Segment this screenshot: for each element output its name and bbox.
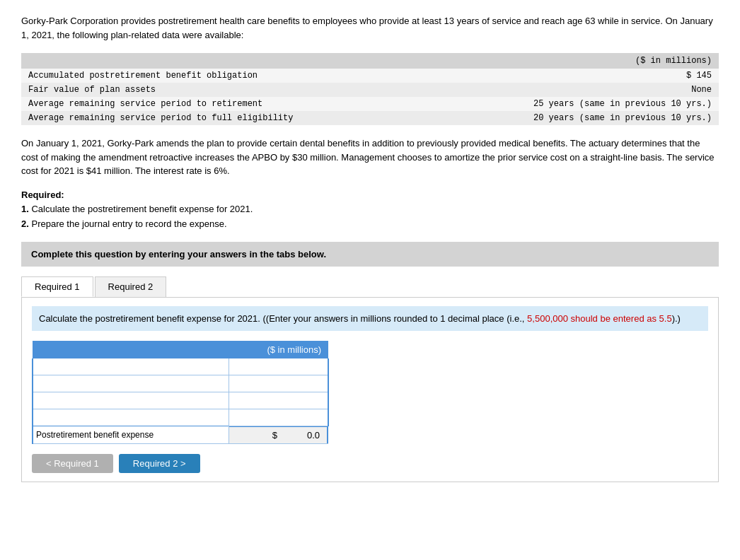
calc-description: Calculate the postretirement benefit exp… (32, 306, 708, 332)
plan-data-table: ($ in millions) Accumulated postretireme… (21, 53, 719, 125)
calc-table: ($ in millions) (32, 341, 329, 444)
instruction-box: Complete this question by entering your … (21, 242, 719, 267)
calc-table-value-header: ($ in millions) (229, 341, 329, 358)
calc-input-row (33, 358, 328, 375)
table-row: Average remaining service period to reti… (21, 97, 719, 111)
table-cell-value: $ 145 (405, 69, 719, 83)
next-button[interactable]: Required 2 > (119, 454, 200, 473)
calc-table-label-header (33, 341, 229, 358)
tab-required-1[interactable]: Required 1 (21, 276, 93, 297)
calc-row-label-input-0[interactable] (36, 361, 229, 372)
tab-required-2[interactable]: Required 2 (95, 276, 167, 297)
req-item-1: 1. Calculate the postretirement benefit … (21, 204, 253, 214)
table-cell-label: Average remaining service period to reti… (21, 97, 405, 111)
required-title: Required: (21, 189, 64, 200)
calc-row-value-cell-3[interactable] (229, 409, 329, 426)
intro-paragraph: Gorky-Park Corporation provides postreti… (21, 14, 719, 42)
table-cell-label: Average remaining service period to full… (21, 111, 405, 125)
calc-row-value-input-1[interactable] (229, 378, 323, 389)
calc-row-label-input-3[interactable] (36, 412, 229, 423)
dollar-sign: $ (272, 430, 277, 441)
calc-row-label-cell-2[interactable] (33, 392, 229, 409)
table-cell-value: 20 years (same in previous 10 yrs.) (405, 111, 719, 125)
calc-row-value-input-0[interactable] (229, 361, 323, 372)
calc-row-label-cell-0[interactable] (33, 358, 229, 375)
calc-input-row (33, 409, 328, 426)
req-item-2: 2. Prepare the journal entry to record t… (21, 218, 227, 229)
required-section: Required: 1. Calculate the postretiremen… (21, 188, 719, 232)
table-row: Average remaining service period to full… (21, 111, 719, 125)
nav-buttons: < Required 1 Required 2 > (32, 454, 708, 473)
table-row: Accumulated postretirement benefit oblig… (21, 69, 719, 83)
amendment-paragraph: On January 1, 2021, Gorky-Park amends th… (21, 136, 719, 178)
table-cell-value: 25 years (same in previous 10 yrs.) (405, 97, 719, 111)
total-row-value[interactable]: $ (229, 426, 328, 443)
calc-row-label-input-2[interactable] (36, 395, 229, 406)
table-cell-value: None (405, 83, 719, 97)
calc-row-value-cell-0[interactable] (229, 358, 329, 375)
calc-row-value-input-2[interactable] (229, 395, 323, 406)
total-value-input[interactable] (280, 430, 323, 441)
tab-content-req1: Calculate the postretirement benefit exp… (21, 298, 719, 483)
tabs-container: Required 1 Required 2 (21, 276, 719, 298)
prev-button[interactable]: < Required 1 (32, 454, 113, 473)
table-cell-label: Accumulated postretirement benefit oblig… (21, 69, 405, 83)
calc-input-row (33, 375, 328, 392)
calc-row-label-cell-1[interactable] (33, 375, 229, 392)
calc-row-label-cell-3[interactable] (33, 409, 229, 426)
table-cell-label: Fair value of plan assets (21, 83, 405, 97)
total-row-label: Postretirement benefit expense (33, 426, 229, 444)
highlight-entry-example: 5,500,000 should be entered as 5.5 (527, 313, 672, 324)
calc-row-label-input-1[interactable] (36, 378, 229, 389)
calc-total-row: Postretirement benefit expense $ (33, 426, 328, 444)
calc-row-value-cell-1[interactable] (229, 375, 329, 392)
table-row: Fair value of plan assets None (21, 83, 719, 97)
table-header-millions: ($ in millions) (405, 53, 719, 69)
calc-row-value-input-3[interactable] (229, 412, 323, 423)
calc-row-value-cell-2[interactable] (229, 392, 329, 409)
calc-input-row (33, 392, 328, 409)
